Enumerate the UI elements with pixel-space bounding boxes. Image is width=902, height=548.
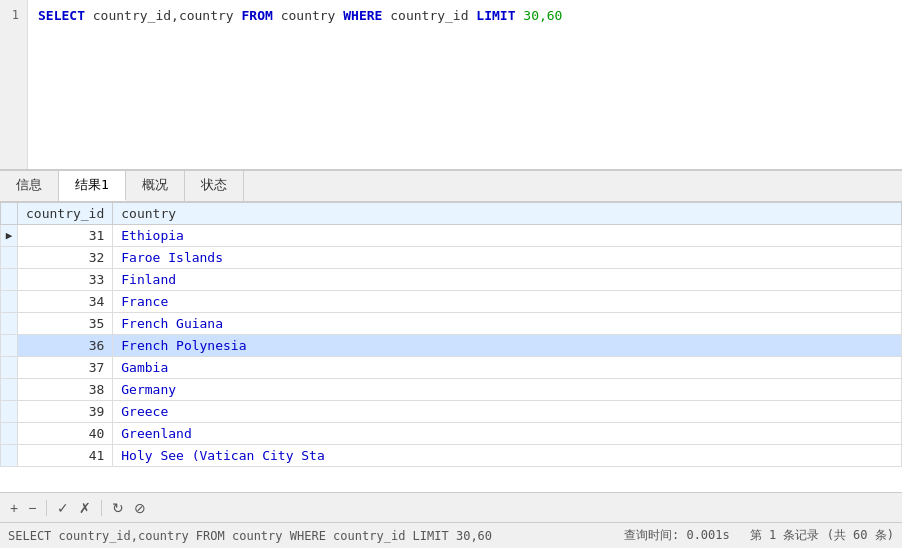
results-area[interactable]: country_id country ▶31Ethiopia32Faroe Is… bbox=[0, 202, 902, 492]
query-time: 查询时间: 0.001s bbox=[624, 527, 730, 544]
cell-country: Ethiopia bbox=[113, 225, 902, 247]
cell-country: Germany bbox=[113, 379, 902, 401]
table-row[interactable]: 33Finland bbox=[1, 269, 902, 291]
keyword-from: FROM bbox=[242, 8, 273, 23]
row-indicator bbox=[1, 379, 18, 401]
row-indicator bbox=[1, 313, 18, 335]
line-numbers: 1 bbox=[0, 0, 28, 169]
table-row[interactable]: 40Greenland bbox=[1, 423, 902, 445]
cell-country: Finland bbox=[113, 269, 902, 291]
tab-results[interactable]: 结果1 bbox=[59, 171, 126, 201]
remove-button[interactable]: − bbox=[26, 499, 38, 517]
results-table: country_id country ▶31Ethiopia32Faroe Is… bbox=[0, 202, 902, 467]
sql-editor[interactable]: 1 SELECT country_id,country FROM country… bbox=[0, 0, 902, 170]
col-country-id: country_id bbox=[18, 203, 113, 225]
cell-id: 31 bbox=[18, 225, 113, 247]
sql-table: country bbox=[273, 8, 343, 23]
table-row[interactable]: 37Gambia bbox=[1, 357, 902, 379]
sql-content[interactable]: SELECT country_id,country FROM country W… bbox=[28, 0, 902, 169]
tab-info[interactable]: 信息 bbox=[0, 171, 59, 201]
cell-id: 35 bbox=[18, 313, 113, 335]
col-country: country bbox=[113, 203, 902, 225]
record-info: 第 1 条记录 (共 60 条) bbox=[750, 527, 894, 544]
cell-id: 32 bbox=[18, 247, 113, 269]
row-indicator: ▶ bbox=[1, 225, 18, 247]
cell-id: 40 bbox=[18, 423, 113, 445]
tab-overview[interactable]: 概况 bbox=[126, 171, 185, 201]
bottom-toolbar: + − ✓ ✗ ↻ ⊘ bbox=[0, 492, 902, 522]
status-bar: SELECT country_id,country FROM country W… bbox=[0, 522, 902, 548]
table-row[interactable]: 35French Guiana bbox=[1, 313, 902, 335]
cell-country: French Guiana bbox=[113, 313, 902, 335]
status-sql: SELECT country_id,country FROM country W… bbox=[8, 529, 624, 543]
cell-id: 37 bbox=[18, 357, 113, 379]
cell-country: Holy See (Vatican City Sta bbox=[113, 445, 902, 467]
keyword-limit: LIMIT bbox=[476, 8, 515, 23]
sql-fields: country_id,country bbox=[85, 8, 242, 23]
cell-country: Gambia bbox=[113, 357, 902, 379]
table-row[interactable]: 41Holy See (Vatican City Sta bbox=[1, 445, 902, 467]
tab-status[interactable]: 状态 bbox=[185, 171, 244, 201]
indicator-header bbox=[1, 203, 18, 225]
add-button[interactable]: + bbox=[8, 499, 20, 517]
cell-id: 39 bbox=[18, 401, 113, 423]
toolbar-divider-2 bbox=[101, 500, 102, 516]
cell-country: France bbox=[113, 291, 902, 313]
cell-id: 41 bbox=[18, 445, 113, 467]
row-indicator bbox=[1, 269, 18, 291]
keyword-select: SELECT bbox=[38, 8, 85, 23]
row-indicator bbox=[1, 423, 18, 445]
cell-country: Greenland bbox=[113, 423, 902, 445]
cell-country: French Polynesia bbox=[113, 335, 902, 357]
cell-id: 38 bbox=[18, 379, 113, 401]
sql-condition: country_id bbox=[382, 8, 476, 23]
sql-limit-values: 30,60 bbox=[515, 8, 562, 23]
row-indicator bbox=[1, 445, 18, 467]
table-row[interactable]: 38Germany bbox=[1, 379, 902, 401]
row-indicator bbox=[1, 291, 18, 313]
cell-id: 33 bbox=[18, 269, 113, 291]
table-row[interactable]: 36French Polynesia bbox=[1, 335, 902, 357]
row-indicator bbox=[1, 335, 18, 357]
row-indicator bbox=[1, 247, 18, 269]
cell-country: Faroe Islands bbox=[113, 247, 902, 269]
cell-id: 36 bbox=[18, 335, 113, 357]
cross-button[interactable]: ✗ bbox=[77, 499, 93, 517]
row-indicator bbox=[1, 401, 18, 423]
row-indicator bbox=[1, 357, 18, 379]
table-row[interactable]: 32Faroe Islands bbox=[1, 247, 902, 269]
cell-id: 34 bbox=[18, 291, 113, 313]
toolbar-divider-1 bbox=[46, 500, 47, 516]
table-row[interactable]: 39Greece bbox=[1, 401, 902, 423]
refresh-button[interactable]: ↻ bbox=[110, 499, 126, 517]
table-row[interactable]: 34France bbox=[1, 291, 902, 313]
keyword-where: WHERE bbox=[343, 8, 382, 23]
table-row[interactable]: ▶31Ethiopia bbox=[1, 225, 902, 247]
check-button[interactable]: ✓ bbox=[55, 499, 71, 517]
cell-country: Greece bbox=[113, 401, 902, 423]
tabs-bar: 信息 结果1 概况 状态 bbox=[0, 170, 902, 202]
stop-button[interactable]: ⊘ bbox=[132, 499, 148, 517]
